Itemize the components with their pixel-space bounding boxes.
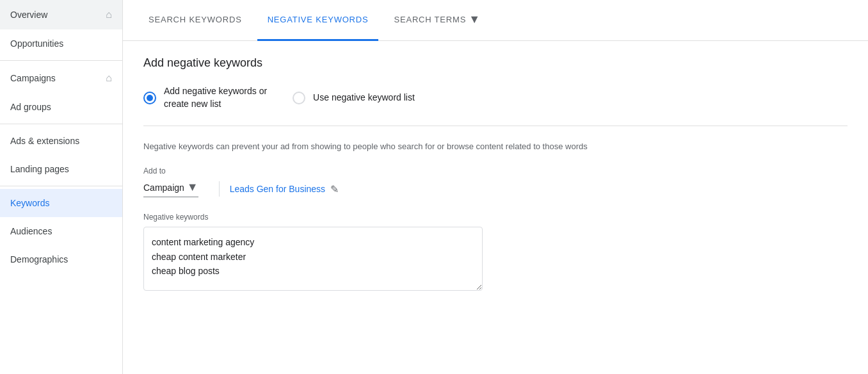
edit-icon: ✎ (330, 183, 339, 195)
sidebar-item-label: Campaigns (10, 73, 56, 83)
home-icon: ⌂ (106, 9, 112, 20)
sidebar-item-label: Demographics (10, 254, 68, 264)
tab-search-terms[interactable]: SEARCH TERMS ▼ (383, 0, 490, 41)
home-icon-campaigns: ⌂ (106, 72, 112, 84)
sidebar-item-label: Keywords (10, 198, 49, 208)
campaign-name: Leads Gen for Business (230, 184, 325, 194)
sidebar-item-campaigns[interactable]: Campaigns ⌂ (0, 63, 122, 93)
description-text: Negative keywords can prevent your ad fr… (143, 142, 848, 151)
radio-label-use-list: Use negative keyword list (313, 92, 415, 104)
negative-keywords-textarea[interactable]: content marketing agency cheap content m… (143, 227, 483, 291)
radio-group: Add negative keywords orcreate new list … (143, 85, 848, 126)
negative-keywords-label: Negative keywords (143, 213, 848, 222)
sidebar-item-label: Opportunities (10, 38, 63, 49)
add-to-label: Add to (143, 167, 848, 175)
search-terms-dropdown-arrow: ▼ (469, 13, 481, 26)
campaign-dropdown[interactable]: Campaign ▼ (143, 181, 198, 197)
sidebar-item-audiences[interactable]: Audiences (0, 217, 122, 245)
tab-negative-keywords[interactable]: NEGATIVE KEYWORDS (257, 0, 379, 41)
tab-search-keywords[interactable]: SEARCH KEYWORDS (138, 0, 252, 41)
sidebar-item-label: Ad groups (10, 102, 51, 112)
campaign-row: Campaign ▼ Leads Gen for Business ✎ (143, 181, 848, 197)
sidebar-item-label: Landing pages (10, 164, 69, 174)
sidebar-item-demographics[interactable]: Demographics (0, 245, 122, 273)
sidebar-item-overview[interactable]: Overview ⌂ (0, 0, 122, 29)
sidebar-item-label: Ads & extensions (10, 136, 79, 146)
radio-option-use-list[interactable]: Use negative keyword list (293, 92, 415, 104)
main-content: SEARCH KEYWORDS NEGATIVE KEYWORDS SEARCH… (123, 0, 868, 374)
campaign-dropdown-label: Campaign (143, 183, 184, 193)
sidebar-item-ad-groups[interactable]: Ad groups (0, 93, 122, 121)
content-area: Add negative keywords Add negative keywo… (123, 41, 868, 374)
page-title: Add negative keywords (143, 56, 848, 70)
sidebar-item-keywords[interactable]: Keywords (0, 189, 122, 217)
sidebar-item-label: Overview (10, 10, 47, 20)
radio-label-create-new: Add negative keywords orcreate new list (164, 85, 267, 110)
radio-circle-create-new (143, 92, 156, 104)
sidebar-item-opportunities[interactable]: Opportunities (0, 29, 122, 58)
tab-bar: SEARCH KEYWORDS NEGATIVE KEYWORDS SEARCH… (123, 0, 868, 41)
campaign-dropdown-arrow-icon: ▼ (187, 181, 198, 194)
sidebar: Overview ⌂ Opportunities Campaigns ⌂ Ad … (0, 0, 123, 374)
sidebar-item-label: Audiences (10, 226, 52, 236)
campaign-link[interactable]: Leads Gen for Business ✎ (230, 183, 339, 195)
radio-option-create-new[interactable]: Add negative keywords orcreate new list (143, 85, 267, 110)
sidebar-divider-2 (0, 124, 122, 124)
campaign-divider (219, 181, 220, 197)
radio-circle-use-list (293, 92, 305, 104)
sidebar-item-landing-pages[interactable]: Landing pages (0, 155, 122, 183)
sidebar-item-ads-extensions[interactable]: Ads & extensions (0, 127, 122, 155)
sidebar-divider-3 (0, 186, 122, 186)
sidebar-divider-1 (0, 60, 122, 61)
